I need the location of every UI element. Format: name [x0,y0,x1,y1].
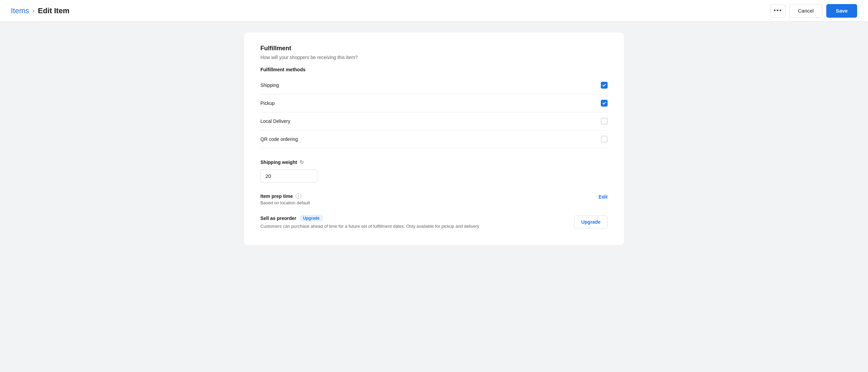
fulfillment-label-shipping: Shipping [260,82,279,88]
checkbox-pickup[interactable] [601,100,608,107]
save-button[interactable]: Save [826,4,857,18]
cancel-button[interactable]: Cancel [789,4,822,18]
checkbox-shipping[interactable] [601,82,608,89]
breadcrumb-separator: › [33,7,35,14]
breadcrumb-items-link[interactable]: Items [11,6,29,15]
prep-left: Item prep time i Based on location defau… [260,193,310,205]
weight-input[interactable] [261,170,317,182]
upgrade-badge: Upgrade [300,215,323,222]
upgrade-preorder-button[interactable]: Upgrade [574,216,608,228]
more-options-button[interactable]: ••• [770,4,785,18]
prep-value: Based on location default [260,200,310,205]
preorder-label: Sell as preorder [260,216,296,221]
fulfillment-row-qr-code: QR code ordering [260,130,608,148]
fulfillment-row-local-delivery: Local Delivery [260,112,608,130]
header-actions: ••• Cancel Save [770,4,857,18]
refresh-icon[interactable]: ↻ [300,159,304,165]
fulfillment-row-pickup: Pickup [260,94,608,112]
page-header: Items › Edit Item ••• Cancel Save [0,0,868,22]
fulfillment-label-pickup: Pickup [260,100,275,106]
prep-label: Item prep time [260,193,293,199]
section-subtitle: How will your shoppers be receiving this… [260,55,608,60]
fulfillment-row-shipping: Shipping [260,76,608,94]
info-icon[interactable]: i [296,193,301,199]
fulfillment-label-qr-code: QR code ordering [260,136,298,142]
weight-label-row: Shipping weight ↻ [260,159,608,165]
edit-prep-time-button[interactable]: Edit [599,194,608,200]
page-body: Fulfillment How will your shoppers be re… [0,22,868,256]
sell-as-preorder-section: Sell as preorder Upgrade Customers can p… [260,215,608,229]
breadcrumb: Items › Edit Item [11,6,70,15]
weight-label: Shipping weight [260,160,297,165]
page-title: Edit Item [38,6,70,15]
shipping-weight-section: Shipping weight ↻ lb [260,159,608,183]
preorder-description: Customers can purchase ahead of time for… [260,224,479,229]
checkbox-qr-code[interactable] [601,136,608,143]
fulfillment-card: Fulfillment How will your shoppers be re… [244,33,624,245]
preorder-label-row: Sell as preorder Upgrade [260,215,479,222]
item-prep-time-section: Item prep time i Based on location defau… [260,193,608,205]
methods-label: Fulfillment methods [260,67,608,72]
prep-label-row: Item prep time i [260,193,310,199]
section-title: Fulfillment [260,45,608,52]
fulfillment-label-local-delivery: Local Delivery [260,118,290,124]
checkbox-local-delivery[interactable] [601,118,608,125]
weight-input-wrapper: lb [260,169,317,183]
preorder-left: Sell as preorder Upgrade Customers can p… [260,215,479,229]
